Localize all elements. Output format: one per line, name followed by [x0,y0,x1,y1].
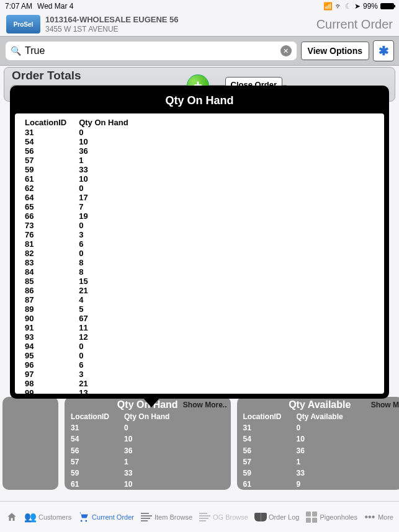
modal-title: Qty On Hand [15,91,384,113]
tab-item-browse[interactable]: Item Browse [140,512,192,523]
table-row: 874 [25,296,140,304]
search-box[interactable]: 🔍 ✕ [5,41,297,61]
table-row: 571 [71,457,183,467]
table-row: 5410 [25,138,140,146]
table-row: 816 [25,240,140,248]
signal-icon: 📶 [323,2,333,11]
tab-order-log[interactable]: Order Log [254,512,300,523]
table-row: 8621 [25,286,140,295]
status-date: Wed Mar 4 [37,2,73,11]
table-row: 571 [25,156,140,164]
table-row: 9913 [25,389,140,394]
more-icon: ••• [364,512,376,523]
table-row: 5410 [243,434,357,444]
grid-icon [305,512,318,523]
col-location: LocationID [25,118,78,127]
tab-pigeonholes[interactable]: Pigeonholes [305,512,357,523]
wifi-icon: ᯤ [335,2,343,11]
page-title: Current Order [316,17,393,32]
app-logo: ProSel [6,15,40,33]
battery-icon [380,3,394,9]
table-row: 6110 [25,175,140,183]
table-row: 730 [25,221,140,229]
mini-card-left[interactable] [2,397,58,490]
table-row: 9067 [25,314,140,322]
bottom-cards: Qty On Hand Show More.. LocationID Qty O… [0,397,399,490]
header: ProSel 1013164-WHOLESALE EUGENE 56 3455 … [0,12,399,36]
modal-body[interactable]: LocationID Qty On Hand 31054105636571593… [15,113,384,394]
order-totals-title: Order Totals [12,69,81,82]
customer-line1: 1013164-WHOLESALE EUGENE 56 [45,15,312,25]
moon-icon: ☾ [345,2,352,11]
list-icon-2 [199,512,211,523]
qty-table: LocationID Qty On Hand 31054105636571593… [24,117,141,394]
table-row: 940 [25,342,140,350]
table-row: 9821 [25,379,140,388]
tab-more[interactable]: •••More [364,512,393,523]
table-row: 6110 [71,479,183,489]
table-row: 973 [25,370,140,378]
book-icon [254,512,267,523]
cart-icon [78,512,90,523]
popover-arrow-icon [143,397,160,407]
home-icon [6,512,18,523]
table-row: 8515 [25,277,140,285]
tab-og-browse[interactable]: OG Browse [199,512,248,523]
qty-on-hand-modal: Qty On Hand LocationID Qty On Hand 31054… [10,86,389,399]
search-input[interactable] [25,45,280,56]
location-icon: ➤ [354,2,361,11]
table-row: 838 [25,259,140,267]
table-row: 763 [25,231,140,239]
table-row: 966 [25,361,140,369]
table-row: 9111 [25,324,140,332]
table-row: 848 [25,268,140,276]
list-icon [140,512,153,523]
table-row: 620 [25,184,140,192]
table-row: 310 [243,423,357,433]
status-time: 7:07 AM [5,2,32,11]
col-qty: Qty On Hand [79,118,139,127]
customer-line2: 3455 W 1ST AVENUE [45,25,312,33]
table-row: 6417 [25,193,140,202]
table-row: 6619 [25,212,140,220]
table-row: 310 [25,128,140,136]
people-icon: 👥 [24,512,37,523]
show-more-avail[interactable]: Show M [371,401,399,409]
table-row: 310 [71,423,183,433]
table-row: 5410 [71,434,183,444]
table-row: 5933 [71,468,183,478]
table-row: 5636 [243,446,357,456]
search-row: 🔍 ✕ View Options ✱ [0,36,399,66]
table-row: 950 [25,352,140,360]
search-icon: 🔍 [11,46,21,56]
clear-icon[interactable]: ✕ [280,45,292,56]
table-row: 571 [243,457,357,467]
tab-home[interactable] [6,512,18,523]
table-row: 820 [25,249,140,257]
table-row: 657 [25,203,140,211]
status-bar: 7:07 AM Wed Mar 4 📶 ᯤ ☾ ➤ 99% [0,0,399,12]
card-qty-on-hand[interactable]: Qty On Hand Show More.. LocationID Qty O… [65,397,231,490]
star-button[interactable]: ✱ [373,40,394,61]
card-qty-available[interactable]: Qty Available Show M LocationID Qty Avai… [237,397,400,490]
table-row: 5933 [243,468,357,478]
tab-current-order[interactable]: Current Order [78,512,134,523]
table-row: 619 [243,479,357,489]
tab-bar: 👥Customers Current Order Item Browse OG … [0,501,399,532]
table-row: 9312 [25,333,140,341]
view-options-button[interactable]: View Options [301,42,369,60]
show-more-onhand[interactable]: Show More.. [183,401,227,409]
table-row: 5636 [25,147,140,155]
table-row: 5933 [25,166,140,174]
tab-customers[interactable]: 👥Customers [24,512,71,523]
table-row: 5636 [71,446,183,456]
table-row: 895 [25,305,140,313]
battery-pct: 99% [363,2,378,11]
